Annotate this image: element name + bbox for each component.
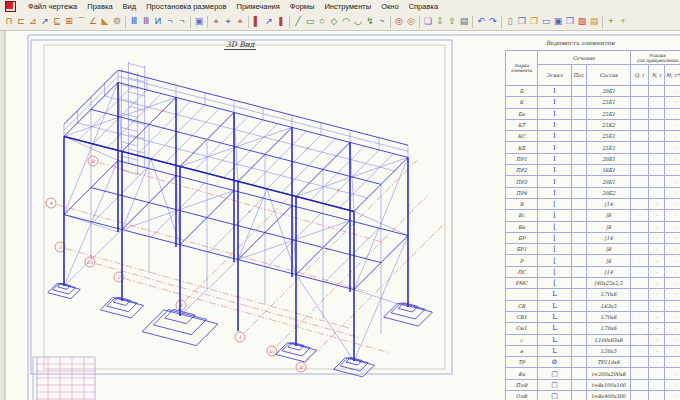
doc-import-icon[interactable]: ⇩ [434,15,446,28]
dim-linear-icon[interactable]: ⊓ [3,15,15,28]
angle-sketch-icon: L [538,334,572,345]
menu-item-5[interactable]: Формы [285,2,320,11]
table-row[interactable]: БР[[14--- [506,232,680,243]
table-row[interactable]: Вн[[8--- [506,221,680,232]
table-row[interactable]: БкI25Б1- [506,108,680,119]
cell-mark: См1 [506,323,538,334]
dim-angle-icon[interactable]: ∠ [87,15,99,28]
drawing-canvas[interactable]: В43Б/1231А/1Б 3D Вид Ведомость элементов… [0,31,680,400]
toolbar-separator [289,16,290,28]
table-row[interactable]: ПР3I20Б1- [506,176,680,187]
node-add-icon[interactable]: + [605,15,617,28]
undo-icon[interactable]: ↶ [475,15,487,28]
cell-composition: [8 [587,210,631,221]
note-flag-icon[interactable]: ▌ [251,15,263,28]
draw-rect-icon[interactable]: ▭ [304,15,316,28]
doc-copy-icon[interactable]: ❏ [422,15,434,28]
table-row[interactable]: Фк□t=200х200х8- [506,368,680,379]
draw-arc2-icon[interactable]: ◡ [352,15,364,28]
menu-item-8[interactable]: Справка [404,2,443,11]
layout-1-icon[interactable]: ❐ [516,15,528,28]
dim-chain-icon[interactable]: ⊞ [63,15,75,28]
leader-pin-3-icon[interactable]: ⌖ [234,15,246,28]
dim-leader-icon[interactable]: ↗ [39,15,51,28]
draw-polygon-icon[interactable]: ◇ [328,15,340,28]
redo-icon[interactable]: ↷ [487,15,499,28]
table-row[interactable]: КI25Б1- [506,97,680,108]
table-row[interactable]: Р[[8--- [506,255,680,266]
menu-item-1[interactable]: Правка [82,2,117,11]
menu-item-7[interactable]: Окно [376,2,403,11]
select-region-icon[interactable]: ▣ [193,15,205,28]
dim-arrow-icon[interactable]: ◣ [99,15,111,28]
ibeam-sketch-icon: I [538,108,572,119]
cell-mark: РМС [506,278,538,289]
table-row[interactable]: ТР⊘ТР219х6--- [506,357,680,368]
rebar-mark-2-icon[interactable]: Ⅲ [140,15,152,28]
cell-pos [572,289,587,300]
dim-radius-icon[interactable]: ⌒ [75,15,87,28]
render-view-2-icon[interactable]: ◎ [405,15,417,28]
layout-3-icon[interactable]: ▭ [540,15,552,28]
draw-polyline-icon[interactable]: ↯ [364,15,376,28]
table-row[interactable]: КСI25Б1- [506,131,680,142]
draw-curve-icon[interactable]: ~ [376,15,388,28]
draw-arc-icon[interactable]: ◠ [340,15,352,28]
clipboard-icon[interactable]: ▯ [504,15,516,28]
table-row[interactable]: ПР1I20Б1- [506,153,680,164]
menu-item-4[interactable]: Примечания [232,2,285,11]
rebar-mark-4-icon[interactable]: ¬ [164,15,176,28]
leader-pin-2-icon[interactable]: ⌖ [222,15,234,28]
draw-line-icon[interactable]: ╱ [292,15,304,28]
table-row[interactable]: КБI25Б1- [506,142,680,153]
rebar-mark-1-icon[interactable]: Ⅲ [128,15,140,28]
elements-table[interactable]: МаркаэлементаСечениеУсилиядля прикреплен… [505,50,680,400]
table-row[interactable]: вLL50х5--- [506,345,680,356]
plate-sketch-icon: □ [538,379,572,390]
table-row[interactable]: КТI25К2- [506,119,680,130]
doc-export-icon[interactable]: ⇧ [446,15,458,28]
print-icon[interactable]: ▤ [458,15,470,28]
table-row[interactable]: ОлФ□t=8х400х300- [506,391,680,400]
menu-item-2[interactable]: Вид [118,2,142,11]
layout-4-icon[interactable]: ▣ [552,15,564,28]
table-row[interactable]: ПР2I16Б1- [506,165,680,176]
note-bar-icon[interactable]: ❚ [275,15,287,28]
layout-6-icon[interactable]: ▨ [576,15,588,28]
folder-icon[interactable]: ▤ [588,15,600,28]
dim-baseline-icon[interactable]: ⊑ [51,15,63,28]
note-arrow-icon[interactable]: ↗ [263,15,275,28]
rebar-mark-5-icon[interactable]: ¬ [176,15,188,28]
table-row[interactable]: ПС[[14--- [506,266,680,277]
rebar-mark-3-icon[interactable]: И [152,15,164,28]
dim-settings-icon[interactable]: ⚙ [111,15,123,28]
cell-pos [572,131,587,142]
menu-item-6[interactable]: Инструменты [319,2,376,11]
table-row[interactable]: ПлФ□t=8х100х100- [506,379,680,390]
menu-bar: Файл чертежаПравкаВидПростановка размеро… [0,0,680,13]
node-insert-icon[interactable]: + [617,15,629,28]
menu-item-3[interactable]: Простановка размеров [141,2,231,11]
dim-vertical-icon[interactable]: ⊏ [15,15,27,28]
render-view-1-icon[interactable]: ◎ [393,15,405,28]
table-row[interactable]: БР1[[8--- [506,244,680,255]
layout-2-icon[interactable]: ❐ [528,15,540,28]
draw-circle-icon[interactable]: ○ [316,15,328,28]
table-row[interactable]: БI20Б1- [506,86,680,97]
cell-m: - [665,289,680,300]
table-row[interactable]: См1LL70х6--- [506,323,680,334]
table-row[interactable]: СВ1LL70х6--- [506,311,680,322]
cell-mark: БР1 [506,244,538,255]
table-row[interactable]: В[[14--- [506,198,680,209]
table-row[interactable]: ПР4I20Б2- [506,187,680,198]
table-row[interactable]: сLL100х63х8--- [506,334,680,345]
menu-item-0[interactable]: Файл чертежа [23,2,82,11]
leader-pin-1-icon[interactable]: ⌖ [210,15,222,28]
cell-composition: t=8х400х300 [587,391,631,400]
table-row[interactable]: Вс[[8--- [506,210,680,221]
table-row[interactable]: СВLL63х5--- [506,300,680,311]
layout-5-icon[interactable]: ❐ [564,15,576,28]
dim-aligned-icon[interactable]: ⊿ [27,15,39,28]
table-row[interactable]: LL70х6--- [506,289,680,300]
table-row[interactable]: РМС[[40х25х2,5--- [506,278,680,289]
